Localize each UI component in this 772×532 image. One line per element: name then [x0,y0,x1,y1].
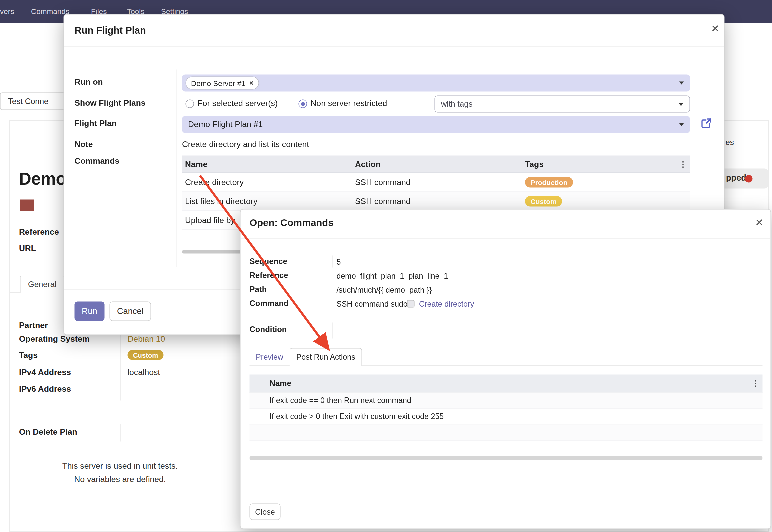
cell-name: Create directory [182,178,352,187]
chip-remove-icon[interactable]: ✕ [249,80,254,86]
ipv4-value: localhost [128,368,160,377]
table-header-row: Name ⋮ [250,375,763,393]
run-on-label: Run on [75,77,103,87]
flight-plan-label: Flight Plan [75,119,117,128]
column-header-action[interactable]: Action [352,159,522,169]
tab-preview[interactable]: Preview [250,348,290,366]
radio-selected-servers[interactable] [186,100,194,108]
flight-plan-note: Create directory and list its content [182,140,309,149]
modal-title: Run Flight Plan [75,25,146,36]
table-options-icon[interactable]: ⋮ [748,379,763,388]
cancel-button[interactable]: Cancel [110,302,151,321]
server-chip[interactable]: Demo Server #1 ✕ [186,77,259,90]
label-divider [176,70,177,267]
operating-system-label: Operating System [19,334,90,344]
close-icon[interactable]: ✕ [711,24,719,34]
status-label: pped [726,173,746,183]
chevron-down-icon[interactable] [679,82,684,85]
reference-value: demo_flight_plan_1_plan_line_1 [337,272,448,281]
operating-system-value[interactable]: Debian 10 [128,334,165,344]
tag-badge-custom: Custom [525,196,562,207]
condition-label: Condition [250,325,287,334]
radio-non-server-restricted[interactable] [299,100,307,108]
command-checkbox[interactable] [407,300,415,308]
cell-name: List files in directory [182,197,352,206]
table-row[interactable]: List files in directory SSH command Cust… [182,192,690,211]
close-button[interactable]: Close [250,504,281,520]
server-chip-label: Demo Server #1 [191,79,246,87]
header-divider [64,47,724,47]
cell-action: SSH command [352,178,522,187]
server-notes: This server is used in unit tests. No va… [20,459,220,486]
ipv4-label: IPv4 Address [19,368,71,377]
with-tags-dropdown[interactable]: with tags [435,96,690,113]
tab-post-run-actions[interactable]: Post Run Actions [290,348,362,366]
table-row[interactable]: If exit code > 0 then Exit with custom e… [250,409,763,425]
post-run-actions-table: Name ⋮ If exit code == 0 then Run next c… [250,375,763,441]
table-row[interactable]: If exit code == 0 then Run next command [250,393,763,409]
sequence-value: 5 [337,258,341,267]
show-flight-plans-label: Show Flight Plans [75,98,146,108]
run-on-select[interactable]: Demo Server #1 ✕ [182,75,690,92]
reference-label: Reference [19,227,59,237]
field-divider [120,424,121,442]
open-commands-modal: Open: Commands ✕ Sequence 5 Reference de… [240,209,771,529]
url-label: URL [19,244,36,253]
column-header-name[interactable]: Name [270,379,748,388]
sequence-label: Sequence [250,257,287,266]
status-dot-icon [745,175,753,183]
path-value: /such/much/{{ demo_path }} [337,286,432,295]
partner-label: Partner [19,321,48,330]
horizontal-scrollbar[interactable] [250,456,763,460]
color-swatch[interactable] [20,200,34,211]
radio-non-server-restricted-label[interactable]: Non server restricted [311,99,387,108]
field-divider [332,256,333,268]
radio-selected-servers-label[interactable]: For selected server(s) [198,99,278,108]
column-header-name[interactable]: Name [182,159,352,169]
chevron-down-icon[interactable] [679,123,684,126]
server-title: Demo [19,169,66,189]
commands-label: Commands [75,156,120,166]
header-divider [241,239,771,239]
cell-action: SSH command [352,197,522,206]
close-icon[interactable]: ✕ [755,218,763,228]
command-value: SSH command sudo [337,300,408,309]
cell-name: If exit code == 0 then Run next command [270,396,748,405]
run-button[interactable]: Run [75,302,105,321]
tab-general[interactable]: General [20,276,64,293]
flight-plan-select[interactable]: Demo Flight Plan #1 [182,116,690,133]
path-label: Path [250,285,267,294]
table-header-row: Name Action Tags ⋮ [182,156,690,173]
on-delete-plan-label: On Delete Plan [19,427,77,437]
modal-title: Open: Commands [250,217,334,229]
cell-name: If exit code > 0 then Exit with custom e… [270,412,748,421]
reference-label: Reference [250,271,288,280]
field-divider [332,323,333,339]
command-label: Command [250,299,289,308]
ipv6-label: IPv6 Address [19,384,71,394]
server-note-line: No variables are defined. [20,473,220,486]
server-note-line: This server is used in unit tests. [20,459,220,473]
tag-badge-production: Production [525,177,573,188]
chevron-down-icon[interactable] [679,103,684,106]
external-link-icon[interactable] [700,118,712,130]
flight-plan-value: Demo Flight Plan #1 [188,120,263,129]
table-options-icon[interactable]: ⋮ [675,159,690,169]
table-row[interactable]: Create directory SSH command Production [182,173,690,192]
with-tags-value: with tags [441,100,473,109]
note-label: Note [75,140,93,149]
column-header-tags[interactable]: Tags [522,159,675,169]
screen: vers Commands Files Tools Settings Test … [0,0,772,532]
empty-row [250,425,763,441]
chatter-fragment: es [726,138,734,147]
create-directory-link[interactable]: Create directory [419,300,474,309]
tags-label: Tags [19,351,38,360]
tag-badge-custom[interactable]: Custom [128,350,164,360]
